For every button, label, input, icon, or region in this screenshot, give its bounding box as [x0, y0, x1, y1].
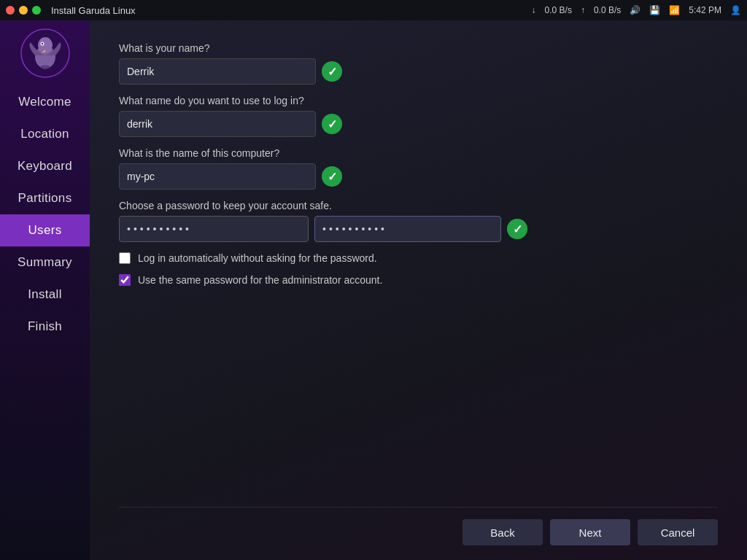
close-dot[interactable]: [6, 6, 15, 15]
password-valid-icon: [507, 219, 527, 239]
computer-input-row: [119, 163, 718, 190]
computer-row: What is the name of this computer?: [119, 147, 718, 190]
autologin-label: Log in automatically without asking for …: [138, 252, 377, 264]
admin-password-row: Use the same password for the administra…: [119, 274, 718, 286]
svg-point-5: [41, 43, 42, 44]
sidebar-item-finish[interactable]: Finish: [0, 311, 90, 343]
name-valid-icon: [322, 61, 342, 82]
autologin-checkbox[interactable]: [119, 252, 131, 264]
name-label: What is your name?: [119, 42, 718, 54]
login-input[interactable]: [119, 111, 316, 137]
sidebar-item-keyboard[interactable]: Keyboard: [0, 150, 90, 182]
autologin-row: Log in automatically without asking for …: [119, 252, 718, 264]
window-title: Install Garuda Linux: [51, 5, 136, 16]
upload-icon: ↑: [581, 5, 585, 15]
topbar-right: ↓ 0.0 B/s ↑ 0.0 B/s 🔊 💾 📶 5:42 PM 👤: [532, 5, 741, 15]
password-row: Choose a password to keep your account s…: [119, 200, 718, 242]
sidebar-item-summary[interactable]: Summary: [0, 246, 90, 279]
sidebar-item-users[interactable]: Users: [0, 214, 90, 246]
admin-password-checkbox[interactable]: [119, 274, 131, 286]
computer-valid-icon: [322, 166, 342, 187]
download-icon: ↓: [532, 5, 536, 15]
password-input[interactable]: [119, 216, 309, 242]
clock: 5:42 PM: [689, 5, 721, 15]
user-icon: 👤: [730, 5, 741, 15]
main-layout: Welcome Location Keyboard Partitions Use…: [0, 20, 747, 560]
computer-label: What is the name of this computer?: [119, 147, 718, 159]
password-fields: [119, 216, 718, 242]
minimize-dot[interactable]: [19, 6, 28, 15]
admin-password-label: Use the same password for the administra…: [138, 274, 382, 286]
name-row: What is your name?: [119, 42, 718, 85]
user-form: What is your name? What name do you want…: [119, 42, 718, 499]
next-button[interactable]: Next: [550, 519, 630, 545]
sidebar-item-welcome[interactable]: Welcome: [0, 86, 90, 118]
topbar: Install Garuda Linux ↓ 0.0 B/s ↑ 0.0 B/s…: [0, 0, 747, 20]
upload-speed: 0.0 B/s: [594, 5, 621, 15]
network-icon: 📶: [669, 5, 680, 15]
login-row: What name do you want to use to log in?: [119, 95, 718, 137]
back-button[interactable]: Back: [462, 519, 543, 545]
download-speed: 0.0 B/s: [545, 5, 572, 15]
volume-icon: 🔊: [630, 5, 640, 15]
sidebar-item-location[interactable]: Location: [0, 118, 90, 150]
login-input-row: [119, 111, 718, 137]
login-valid-icon: [322, 114, 342, 134]
password-confirm-input[interactable]: [314, 216, 501, 242]
disk-icon: 💾: [649, 5, 660, 15]
password-label: Choose a password to keep your account s…: [119, 200, 718, 211]
computer-name-input[interactable]: [119, 163, 316, 190]
content-area: What is your name? What name do you want…: [90, 20, 747, 560]
name-input[interactable]: [119, 58, 316, 85]
sidebar-item-partitions[interactable]: Partitions: [0, 182, 90, 214]
app-logo: [20, 28, 71, 79]
sidebar-item-install[interactable]: Install: [0, 279, 90, 311]
bottom-bar: Back Next Cancel: [119, 507, 718, 545]
name-input-row: [119, 58, 718, 85]
topbar-left: Install Garuda Linux: [6, 5, 136, 16]
maximize-dot[interactable]: [32, 6, 41, 15]
sidebar: Welcome Location Keyboard Partitions Use…: [0, 20, 90, 560]
cancel-button[interactable]: Cancel: [638, 519, 718, 545]
login-label: What name do you want to use to log in?: [119, 95, 718, 106]
